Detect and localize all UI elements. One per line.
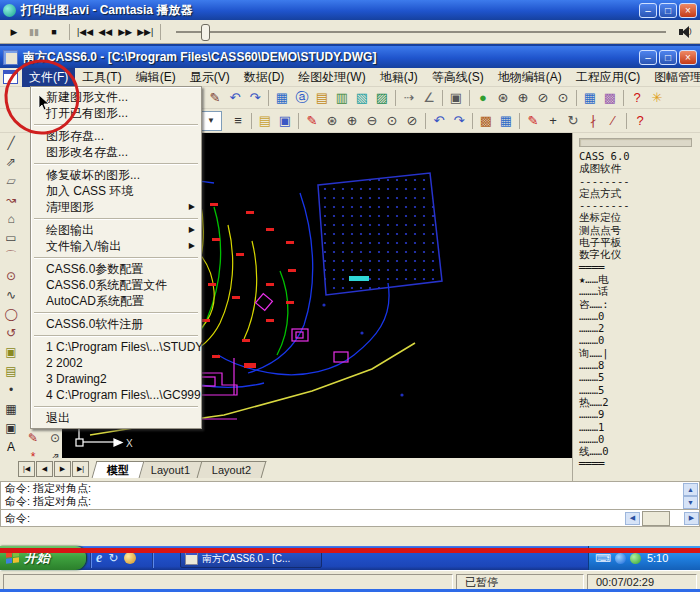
menuitem-recent-1[interactable]: 1 C:\Program Files\...\STUDY	[32, 339, 200, 355]
draw-arc-icon[interactable]: ⌒	[2, 247, 20, 266]
panel-menu-line[interactable]: ………0	[573, 310, 700, 322]
menuitem-cass-params[interactable]: CASS6.0参数配置	[32, 261, 200, 277]
menuitem-recent-2[interactable]: 2 2002	[32, 355, 200, 371]
zoom-extents-icon[interactable]: ⊙	[382, 112, 402, 130]
save-icon[interactable]: ▣	[275, 112, 295, 130]
cass-layers-icon[interactable]: ▦	[272, 89, 292, 107]
language-tray-icon[interactable]	[615, 553, 626, 564]
open-icon[interactable]: ▤	[255, 112, 275, 130]
volume-icon[interactable]: )	[676, 24, 696, 40]
messenger-icon[interactable]	[124, 552, 136, 564]
draw-polygon-icon[interactable]: ⌂	[2, 209, 20, 228]
menuitem-purge[interactable]: 清理图形 ▶	[32, 199, 200, 215]
menuitem-cass-sysconfig[interactable]: CASS6.0系统配置文件	[32, 277, 200, 293]
draw-spline-icon[interactable]: ∿	[2, 285, 20, 304]
tab-nav-button[interactable]: ◀	[36, 461, 53, 477]
player-minimize-button[interactable]: –	[639, 3, 657, 18]
panel-menu-line[interactable]: ★……电	[573, 273, 700, 285]
hatch-icon[interactable]: ▦	[2, 399, 20, 418]
menu-view[interactable]: 显示(V)	[183, 68, 237, 87]
menuitem-save-as[interactable]: 图形改名存盘...	[32, 144, 200, 160]
zoom-window-icon[interactable]: ⊘	[533, 89, 553, 107]
layer-combo-arrow-icon[interactable]: ▼	[200, 111, 222, 131]
window-copy-icon[interactable]: ▣	[446, 89, 466, 107]
panel-menu-line[interactable]: ………5	[573, 371, 700, 383]
menu-engineering[interactable]: 工程应用(C)	[569, 68, 648, 87]
break-icon[interactable]: ∤	[583, 112, 603, 130]
draw-point-icon[interactable]: •	[2, 380, 20, 399]
menuitem-new-drawing[interactable]: 新建图形文件...	[32, 89, 200, 105]
command-hscrollbar[interactable]: ◀ ▶	[625, 510, 699, 526]
panel-menu-line[interactable]: CASS 6.0	[573, 150, 700, 162]
menu-sheet-manage[interactable]: 图幅管理(M)	[647, 68, 700, 87]
globe-icon[interactable]: ●	[473, 89, 493, 107]
redline-pen-icon[interactable]: ✎	[302, 112, 322, 130]
play-button[interactable]: ▶	[4, 23, 24, 41]
menuitem-recent-4[interactable]: 4 C:\Program Files\...\GC999	[32, 387, 200, 403]
sketch-pen-icon[interactable]: ✎	[523, 112, 543, 130]
cass-close-button[interactable]: ×	[679, 50, 697, 65]
redo-icon[interactable]: ↷	[245, 89, 265, 107]
panel-menu-line[interactable]: 电子平板	[573, 236, 700, 248]
panel-menu-line[interactable]: 坐标定位	[573, 211, 700, 223]
erase-icon[interactable]: ▱	[2, 171, 20, 190]
text-icon[interactable]: A	[2, 437, 20, 456]
player-close-button[interactable]: ×	[679, 3, 697, 18]
panel-scrollbar[interactable]	[579, 138, 692, 147]
draw-ellipse-icon[interactable]: ◯	[2, 304, 20, 323]
angle-icon[interactable]: ∠	[419, 89, 439, 107]
scroll-right-icon[interactable]: ▶	[684, 512, 699, 525]
desktop-icon[interactable]: ↻	[108, 551, 118, 565]
zoom-in-icon[interactable]: ⊕	[513, 89, 533, 107]
rewind-button[interactable]: ◀◀	[95, 23, 115, 41]
draw-multiline-icon[interactable]: ⇗	[2, 152, 20, 171]
panel-menu-line[interactable]: ………0	[573, 433, 700, 445]
panel-menu-line[interactable]: 询……|	[573, 347, 700, 359]
draw-line-icon[interactable]: ╱	[2, 133, 20, 152]
pan-icon[interactable]: ⊛	[322, 112, 342, 130]
draw-pline-icon[interactable]: ↝	[2, 190, 20, 209]
brush-icon[interactable]: ✎	[205, 89, 225, 107]
menuitem-join-cass-env[interactable]: 加入 CASS 环境	[32, 183, 200, 199]
undo2-icon[interactable]: ↶	[429, 112, 449, 130]
make-block-icon[interactable]: ▤	[2, 361, 20, 380]
palette-icon[interactable]: ▩	[600, 89, 620, 107]
panel-menu-line[interactable]: 成图软件	[573, 162, 700, 174]
panel-menu-line[interactable]: 线……0	[573, 445, 700, 457]
menuitem-exit[interactable]: 退出	[32, 410, 200, 426]
command-history[interactable]: 命令: 指定对角点: 命令: 指定对角点: ▲ ▼	[0, 481, 700, 510]
panel-menu-line[interactable]: ………8	[573, 359, 700, 371]
redo2-icon[interactable]: ↷	[449, 112, 469, 130]
draw-circle-icon[interactable]: ⊙	[2, 266, 20, 285]
menuitem-recent-3[interactable]: 3 Drawing2	[32, 371, 200, 387]
insert-block-icon[interactable]: ▣	[2, 342, 20, 361]
star-icon[interactable]: ✳	[647, 89, 667, 107]
draw-rect-icon[interactable]: ▭	[2, 228, 20, 247]
help2-icon[interactable]: ?	[630, 112, 650, 130]
cass-notes-icon[interactable]: ▤	[312, 89, 332, 107]
cass-minimize-button[interactable]: –	[639, 50, 657, 65]
draw-revision-icon[interactable]: ↺	[2, 323, 20, 342]
panel-menu-line[interactable]: ════	[573, 457, 700, 469]
cass-plot-icon[interactable]: ▥	[332, 89, 352, 107]
player-maximize-button[interactable]: □	[659, 3, 677, 18]
tab-nav-button[interactable]: |◀	[18, 461, 35, 477]
scroll-thumb[interactable]	[642, 511, 670, 526]
panel-menu-line[interactable]: 热……2	[573, 396, 700, 408]
seek-slider[interactable]	[176, 23, 666, 41]
forward-button[interactable]: ▶▶	[115, 23, 135, 41]
panel-menu-line[interactable]: ………1	[573, 421, 700, 433]
pan-realtime-icon[interactable]: ⊛	[493, 89, 513, 107]
menu-edit[interactable]: 编辑(E)	[129, 68, 183, 87]
linetype-icon[interactable]: ≡	[228, 112, 248, 130]
table2-icon[interactable]: ▦	[496, 112, 516, 130]
menuitem-save-drawing[interactable]: 图形存盘...	[32, 128, 200, 144]
pause-button[interactable]: ▮▮	[24, 23, 44, 41]
scroll-up-icon[interactable]: ▲	[683, 483, 698, 496]
menuitem-autocad-config[interactable]: AutoCAD系统配置	[32, 293, 200, 309]
zoom-previous-icon[interactable]: ⊙	[553, 89, 573, 107]
rotate-icon[interactable]: ↻	[563, 112, 583, 130]
scroll-down-icon[interactable]: ▼	[683, 496, 698, 509]
menu-feature-edit[interactable]: 地物编辑(A)	[491, 68, 569, 87]
keyboard-tray-icon[interactable]: ⌨	[595, 552, 611, 565]
